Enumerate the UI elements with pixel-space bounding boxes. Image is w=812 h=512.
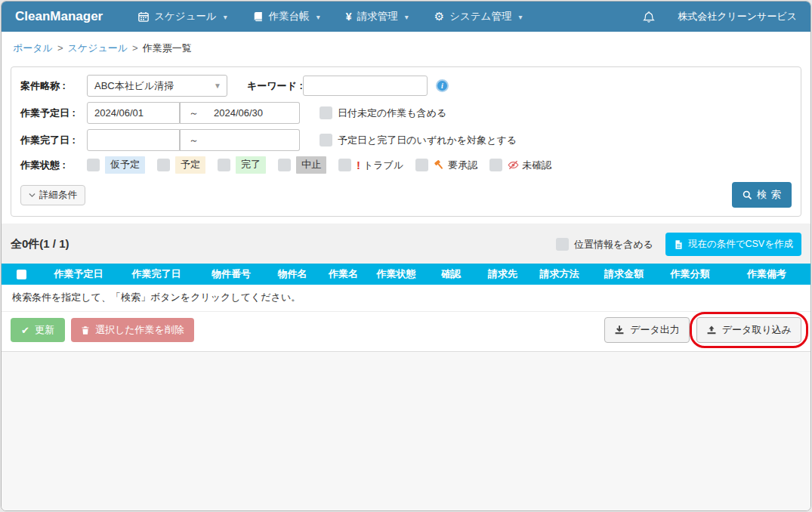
- table-header-cell[interactable]: 請求方法: [528, 267, 591, 281]
- project-select[interactable]: ABC本社ビル清掃 ▼: [87, 75, 227, 97]
- breadcrumb-current: 作業票一覧: [143, 42, 192, 54]
- empty-results-message: 検索条件を指定して、「検索」ボタンをクリックしてください。: [2, 285, 810, 312]
- chevron-down-icon: ▾: [224, 13, 227, 21]
- range-separator: ～: [180, 129, 207, 151]
- table-header-cell[interactable]: 作業予定日: [41, 267, 116, 281]
- app-logo[interactable]: CleanManager: [15, 9, 103, 24]
- scheduled-from-input[interactable]: [87, 102, 180, 124]
- nav-menu-system[interactable]: ⚙ システム管理 ▾: [421, 2, 536, 32]
- gears-icon: ⚙: [434, 11, 444, 23]
- status-label: 作業状態 :: [20, 159, 87, 172]
- completed-from-input[interactable]: [87, 129, 180, 151]
- search-row-completed: 作業完了日 : ～ 予定日と完了日のいずれかを対象とする: [20, 129, 792, 151]
- bell-icon[interactable]: [643, 11, 655, 23]
- top-navbar: CleanManager スケジュール ▾ 作業台帳 ▾ ¥ 請求管理 ▾ ⚙ …: [2, 2, 810, 32]
- table-header-cell[interactable]: 物件名: [266, 267, 319, 281]
- breadcrumb: ポータル>スケジュール>作業票一覧: [2, 32, 810, 62]
- keyword-input[interactable]: [303, 76, 428, 96]
- status-badge-cancelled: 中止: [296, 156, 326, 174]
- status-group-tentative: 仮予定: [87, 156, 145, 174]
- status-group-approval: 要承認: [415, 159, 477, 172]
- info-icon[interactable]: i: [436, 79, 449, 92]
- completed-date-label: 作業完了日 :: [20, 134, 87, 147]
- completed-date-range: ～: [87, 129, 300, 151]
- keyword-label: キーワード :: [247, 79, 303, 93]
- scheduled-option: 日付未定の作業も含める: [320, 106, 446, 120]
- data-import-button[interactable]: データ取り込み: [696, 317, 801, 343]
- create-csv-button[interactable]: 現在の条件でCSVを作成: [665, 233, 801, 256]
- search-panel: 案件略称 : ABC本社ビル清掃 ▼ キーワード : i 作業予定日 : ～ 日…: [11, 66, 801, 217]
- check-icon: ✔: [21, 325, 29, 336]
- table-header-cell[interactable]: 物件番号: [196, 267, 266, 281]
- nav-menu-workledger[interactable]: 作業台帳 ▾: [240, 2, 333, 32]
- status-tentative-checkbox[interactable]: [87, 159, 100, 171]
- data-io-buttons: データ出力 データ取り込み: [604, 317, 801, 343]
- data-export-button[interactable]: データ出力: [604, 317, 690, 343]
- table-header-cell[interactable]: 作業分類: [657, 267, 723, 281]
- table-header-cell[interactable]: 請求金額: [591, 267, 657, 281]
- status-unconfirmed-checkbox[interactable]: [489, 159, 502, 171]
- scheduled-date-range: ～: [87, 102, 300, 124]
- upload-icon: [706, 325, 717, 335]
- either-date-checkbox[interactable]: [320, 134, 332, 147]
- table-header: 作業予定日 作業完了日 物件番号 物件名 作業名 作業状態 確認 請求先 請求方…: [2, 264, 810, 285]
- status-cancelled-checkbox[interactable]: [278, 159, 291, 171]
- create-csv-label: 現在の条件でCSVを作成: [688, 238, 793, 251]
- file-icon: [674, 239, 684, 250]
- either-date-label: 予定日と完了日のいずれかを対象とする: [338, 134, 517, 147]
- search-icon: [743, 190, 752, 200]
- breadcrumb-schedule[interactable]: スケジュール: [68, 42, 128, 54]
- nav-menu-label: スケジュール: [154, 10, 217, 23]
- status-approval-label: 要承認: [448, 159, 477, 172]
- status-group-unconfirmed: 未確認: [489, 159, 551, 172]
- search-row-status: 作業状態 : 仮予定 予定 完了 中止 ! トラブル: [20, 156, 792, 174]
- search-button-label: 検索: [757, 188, 785, 202]
- nav-menu-schedule[interactable]: スケジュール ▾: [125, 2, 240, 32]
- status-trouble-checkbox[interactable]: [338, 159, 351, 171]
- data-import-wrap: データ取り込み: [696, 317, 801, 343]
- status-group-done: 完了: [218, 156, 266, 174]
- nav-menu-billing[interactable]: ¥ 請求管理 ▾: [333, 2, 421, 32]
- select-all-checkbox[interactable]: [17, 270, 26, 279]
- company-name[interactable]: 株式会社クリーンサービス: [678, 10, 797, 23]
- status-planned-checkbox[interactable]: [157, 159, 170, 171]
- detail-conditions-button[interactable]: 詳細条件: [20, 185, 85, 205]
- status-unconfirmed-label: 未確認: [522, 159, 551, 172]
- status-group-trouble: ! トラブル: [338, 159, 403, 172]
- include-undated-checkbox[interactable]: [320, 106, 332, 119]
- search-button[interactable]: 検索: [732, 182, 792, 208]
- include-location-label: 位置情報を含める: [574, 238, 653, 251]
- table-header-cell[interactable]: 請求先: [477, 267, 528, 281]
- table-header-cell[interactable]: 作業状態: [368, 267, 425, 281]
- search-panel-footer: 詳細条件 検索: [20, 182, 792, 208]
- status-approval-checkbox[interactable]: [415, 159, 428, 171]
- status-trouble-label: トラブル: [363, 159, 403, 172]
- yen-icon: ¥: [346, 11, 352, 23]
- search-row-scheduled: 作業予定日 : ～ 日付未定の作業も含める: [20, 102, 792, 124]
- status-group-cancelled: 中止: [278, 156, 326, 174]
- table-actions: ✔ 更新 選択した作業を削除 データ出力 データ取り込み: [2, 312, 810, 351]
- chevron-down-icon: ▾: [316, 13, 320, 21]
- completed-option: 予定日と完了日のいずれかを対象とする: [320, 134, 517, 147]
- status-badge-planned: 予定: [175, 156, 205, 174]
- nav-menu-label: 作業台帳: [269, 10, 310, 23]
- nav-menu-label: システム管理: [449, 10, 511, 23]
- status-done-checkbox[interactable]: [218, 159, 230, 171]
- scheduled-date-label: 作業予定日 :: [20, 106, 87, 120]
- update-button[interactable]: ✔ 更新: [11, 318, 65, 342]
- scheduled-to-input[interactable]: [207, 102, 300, 124]
- delete-selected-button[interactable]: 選択した作業を削除: [71, 318, 194, 342]
- table-header-cell[interactable]: 作業備考: [723, 267, 810, 281]
- completed-to-input[interactable]: [207, 129, 300, 151]
- table-header-cell[interactable]: 作業名: [319, 267, 368, 281]
- calendar-icon: [138, 11, 149, 22]
- navbar-right: 株式会社クリーンサービス: [643, 10, 797, 23]
- search-row-project: 案件略称 : ABC本社ビル清掃 ▼ キーワード : i: [20, 75, 792, 97]
- breadcrumb-portal[interactable]: ポータル: [13, 42, 53, 54]
- include-location-checkbox[interactable]: [556, 238, 569, 251]
- status-badge-done: 完了: [236, 156, 266, 174]
- table-header-cell[interactable]: 作業完了日: [116, 267, 196, 281]
- download-icon: [614, 325, 625, 335]
- chevron-down-icon: ▾: [405, 13, 409, 21]
- table-header-cell[interactable]: 確認: [425, 267, 477, 281]
